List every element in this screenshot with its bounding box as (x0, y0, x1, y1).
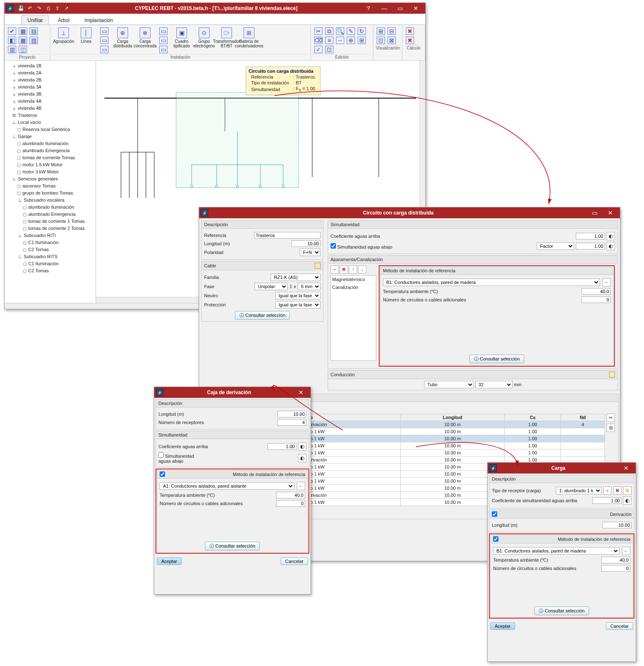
ed-3[interactable]: 🔍 (335, 27, 345, 35)
metodo-back-icon[interactable]: ← (602, 278, 611, 286)
lock-icon[interactable] (315, 263, 321, 269)
calc-2[interactable]: ✖ (405, 36, 415, 44)
carga-doc-icon[interactable]: 🗎 (623, 486, 632, 495)
tree-item[interactable]: C2 Tomas (23, 267, 95, 274)
apar-del-icon[interactable]: ✖ (340, 265, 348, 274)
cargas-side-1[interactable]: ✂ (607, 414, 615, 422)
calc-1[interactable]: ✖ (405, 27, 415, 35)
select-familia[interactable]: RZ1-K (AS) (271, 274, 321, 281)
carga-sel-metodo[interactable]: B1: Conductores aislados, pared de mader… (493, 547, 619, 555)
ed-5[interactable]: ↻ (357, 27, 367, 35)
close-button[interactable]: ✕ (408, 4, 424, 13)
carga-consultar[interactable]: ⓘ Consultar selección (534, 607, 589, 615)
ed-1[interactable]: ✂ (313, 27, 323, 35)
tree-item[interactable]: ⏚vivienda 4A (11, 98, 95, 105)
tree-item[interactable]: ⏚vivienda 3A (11, 84, 95, 91)
input-factor[interactable] (576, 243, 605, 249)
caja-longitud[interactable] (277, 411, 306, 417)
carga-tipo[interactable]: 1: alumbrado 1 kW (556, 487, 602, 494)
carga-info-icon[interactable]: ◐ (623, 496, 632, 505)
caja-aceptar[interactable]: Aceptar (157, 557, 182, 565)
inst-small-1[interactable]: ▭ (99, 27, 109, 35)
caja-nreceptores[interactable] (277, 419, 306, 426)
chk-simul-abajo[interactable] (331, 243, 336, 249)
caja-cancelar[interactable]: Cancelar (281, 557, 308, 565)
select-metodo[interactable]: B1: Conductores aislados, pared de mader… (383, 279, 600, 286)
proj-btn-5[interactable]: ▦ (18, 36, 28, 44)
tree-item[interactable]: alumbrado Iluminación (23, 204, 95, 211)
tree-item[interactable]: tomas de corriente 2 Tomas (23, 225, 95, 232)
btn-transformador[interactable]: ⧂Transformador BT/BT (216, 27, 237, 49)
input-coef-arriba[interactable] (576, 233, 605, 239)
inst-small-3[interactable]: ▭ (99, 45, 109, 53)
caja-back-icon[interactable]: ← (297, 482, 305, 490)
select-proteccion[interactable]: Igual que la fase (275, 301, 321, 308)
carga-del-icon[interactable]: ✖ (613, 486, 622, 495)
vis-3[interactable]: ⊡ (376, 36, 386, 44)
apar-row-magneto[interactable]: Magnetotérmico (331, 276, 376, 284)
inst-small-5[interactable]: ▭ (158, 36, 168, 44)
info-icon[interactable]: ◐ (607, 232, 615, 240)
ed-12[interactable]: ⊡ (324, 45, 334, 53)
tree-item[interactable]: C2 Tomas (23, 246, 95, 253)
select-cond-diam[interactable]: 32 (475, 381, 513, 388)
caja-consultar[interactable]: ⓘ Consultar selección (205, 542, 260, 550)
caja-info2-icon[interactable]: ◐ (298, 454, 306, 462)
proj-btn-4[interactable]: ◧ (7, 36, 17, 44)
tree-item[interactable]: tomas de corriente Tomas (17, 154, 95, 161)
input-num-circ[interactable] (582, 296, 611, 303)
input-referencia[interactable] (254, 232, 321, 239)
ed-8[interactable]: ↔ (335, 36, 345, 44)
tree-item[interactable]: Reserva local Genérica (17, 126, 95, 133)
info-icon-2[interactable]: ◐ (607, 242, 615, 250)
carga-aceptar[interactable]: Aceptar (490, 622, 515, 630)
ed-9[interactable]: ⊕ (346, 36, 356, 44)
carga-chk-metodo[interactable] (493, 536, 498, 542)
ed-10[interactable]: ⊞ (357, 36, 367, 44)
qat-export-icon[interactable]: ⇪ (54, 5, 61, 12)
carga-add-icon[interactable]: ＋ (603, 486, 612, 495)
project-tree[interactable]: ⏚vivienda 1B⏚vivienda 2A⏚vivienda 2B⏚viv… (5, 61, 96, 303)
dlg-max-button[interactable]: ▭ (587, 208, 602, 217)
select-neutro[interactable]: Igual que la fase (275, 292, 321, 299)
tree-item[interactable]: ⊥Local vacíoReserva local Genérica (11, 119, 95, 133)
tree-item[interactable]: C1 Iluminación (23, 239, 95, 246)
tree-item[interactable]: motor 3 kW Motor (17, 168, 95, 175)
qat-undo-icon[interactable]: ↶ (26, 5, 34, 12)
btn-linea[interactable]: │Línea (75, 27, 97, 44)
inst-small-2[interactable]: ▭ (99, 36, 109, 44)
qat-save-icon[interactable]: 💾 (17, 5, 25, 12)
dlg-close-button[interactable]: ✕ (602, 208, 618, 217)
tree-item[interactable]: ascensor Tomas (17, 183, 95, 190)
btn-consultar-metodo[interactable]: ⓘ Consultar selección (469, 355, 524, 363)
btn-consultar-cable[interactable]: ⓘ Consultar selección (235, 311, 290, 320)
lock-icon-2[interactable] (609, 372, 615, 377)
tree-item[interactable]: ⧉Trasteros (11, 112, 95, 119)
select-fase[interactable]: Unipolar (254, 283, 288, 290)
tree-item[interactable]: ⏚vivienda 3B (11, 91, 95, 98)
tree-item[interactable]: ⊥Subcuadro escaleraalumbrado Iluminación… (17, 197, 95, 232)
ed-7[interactable]: ≡ (324, 36, 334, 44)
vis-2[interactable]: ⊟ (387, 27, 397, 35)
carga-lon[interactable] (602, 522, 632, 528)
input-longitud[interactable] (291, 240, 321, 247)
select-cond-tipo[interactable]: Tubo (424, 381, 474, 388)
apar-add-icon[interactable]: ＋ (331, 265, 339, 274)
inst-small-4[interactable]: ▭ (158, 27, 168, 35)
tree-item[interactable]: tomas de corriente 1 Tomas (23, 218, 95, 225)
select-seccion[interactable]: 6 mm² (298, 283, 321, 290)
dlgcaja-close[interactable]: ✕ (293, 388, 309, 397)
carga-temp[interactable] (601, 557, 630, 563)
caja-temp[interactable] (276, 492, 305, 498)
btn-carga-distribuida[interactable]: ⊕Carga distribuida (112, 27, 133, 49)
dlgcarga-close[interactable]: ✕ (618, 464, 634, 473)
qat-print-icon[interactable]: ⎙ (44, 5, 52, 12)
tree-item[interactable]: alumbrado Emergencia (23, 211, 95, 218)
carga-coef[interactable] (592, 497, 622, 504)
ed-2[interactable]: ⧉ (324, 27, 334, 35)
tree-item[interactable]: ⊥Servicios generalesascensor Tomasgrupo … (11, 175, 95, 274)
tab-implantacion[interactable]: Implantación (78, 15, 119, 25)
proj-btn-7[interactable]: ▥ (7, 45, 17, 53)
help-button[interactable]: ? (360, 4, 376, 13)
proj-btn-2[interactable]: ▦ (18, 27, 28, 35)
